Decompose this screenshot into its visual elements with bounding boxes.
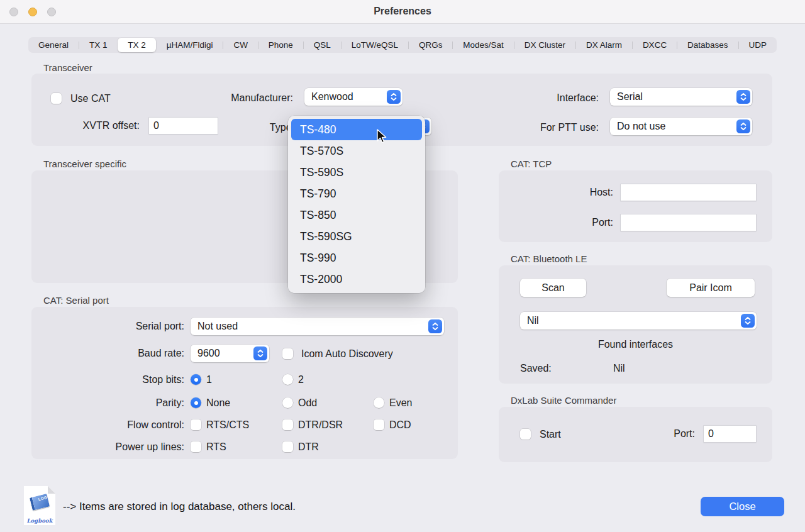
- menu-item-ts-480[interactable]: TS-480: [291, 119, 422, 140]
- flow-dcd-label: DCD: [389, 419, 411, 431]
- stop-bits-2-radio[interactable]: [282, 374, 293, 385]
- tcp-port-field[interactable]: [620, 214, 757, 231]
- tab-tx-1[interactable]: TX 1: [79, 37, 117, 53]
- mouse-cursor: [375, 129, 389, 144]
- parity-even-radio[interactable]: [374, 397, 384, 408]
- manufacturer-label: Manufacturer:: [216, 89, 293, 107]
- ptt-popup-value: Do not use: [617, 121, 665, 131]
- baud-rate-popup[interactable]: 9600: [191, 345, 269, 362]
- ptt-popup[interactable]: Do not use: [610, 118, 752, 135]
- saved-value: Nil: [613, 360, 625, 377]
- popup-chevron-icon: [428, 319, 442, 333]
- flow-control-label: Flow control:: [88, 416, 184, 434]
- power-dtr-checkbox[interactable]: [282, 441, 293, 452]
- preferences-window: Preferences GeneralTX 1TX 2µHAM/FldigiCW…: [0, 0, 805, 532]
- host-label: Host:: [553, 184, 613, 201]
- tcp-port-label: Port:: [553, 214, 613, 231]
- section-label-cat-tcp: CAT: TCP: [511, 158, 552, 169]
- host-field[interactable]: [620, 184, 757, 201]
- serial-port-popup[interactable]: Not used: [191, 318, 444, 335]
- tab-dx-cluster[interactable]: DX Cluster: [514, 37, 575, 53]
- interface-label: Interface:: [497, 89, 599, 107]
- baud-rate-label: Baud rate:: [88, 345, 184, 362]
- section-label-transceiver-specific: Transceiver specific: [43, 158, 126, 169]
- manufacturer-popup-value: Kenwood: [311, 91, 353, 102]
- power-rts-checkbox[interactable]: [191, 441, 201, 452]
- power-up-lines-label: Power up lines:: [88, 438, 184, 456]
- menu-item-ts-570s[interactable]: TS-570S: [288, 140, 425, 162]
- tab-tx-2[interactable]: TX 2: [118, 38, 155, 52]
- tab-qsl[interactable]: QSL: [304, 37, 341, 53]
- tab--ham-fldigi[interactable]: µHAM/Fldigi: [157, 37, 223, 53]
- icom-auto-discovery-label: Icom Auto Discovery: [301, 348, 393, 360]
- menu-item-ts-790[interactable]: TS-790: [288, 183, 425, 204]
- parity-none-radio[interactable]: [191, 397, 201, 408]
- menu-item-ts-2000[interactable]: TS-2000: [288, 269, 425, 290]
- menu-item-ts-590sg[interactable]: TS-590SG: [288, 226, 425, 247]
- section-label-dxlab: DxLab Suite Commander: [511, 395, 616, 406]
- parity-even-label: Even: [389, 397, 412, 409]
- tab-udp[interactable]: UDP: [739, 37, 777, 53]
- parity-odd-radio[interactable]: [282, 397, 293, 408]
- tab-modes-sat[interactable]: Modes/Sat: [453, 37, 513, 53]
- title-bar: Preferences: [0, 0, 805, 24]
- stop-bits-2-label: 2: [298, 374, 304, 386]
- tab-phone[interactable]: Phone: [258, 37, 303, 53]
- logbook-icon: LOG Logbook: [24, 486, 55, 525]
- menu-item-ts-590s[interactable]: TS-590S: [288, 162, 425, 183]
- footer-note: --> Items are stored in log database, ot…: [63, 499, 296, 514]
- tab-general[interactable]: General: [28, 37, 79, 53]
- tab-lotw-eqsl[interactable]: LoTW/eQSL: [341, 37, 408, 53]
- tab-cw[interactable]: CW: [223, 37, 257, 53]
- use-cat-label: Use CAT: [70, 92, 111, 105]
- popup-chevron-icon: [736, 90, 750, 104]
- use-cat-checkbox[interactable]: [51, 93, 62, 104]
- tab-dxcc[interactable]: DXCC: [633, 37, 677, 53]
- ble-device-popup[interactable]: Nil: [520, 312, 757, 330]
- xvtr-offset-field[interactable]: [148, 117, 218, 135]
- popup-chevron-icon: [387, 90, 401, 104]
- menu-item-ts-850[interactable]: TS-850: [288, 204, 425, 226]
- logbook-icon-fold: [48, 486, 55, 494]
- type-menu: TS-480TS-570STS-590STS-790TS-850TS-590SG…: [288, 116, 425, 293]
- flow-rtscts-checkbox[interactable]: [191, 419, 201, 430]
- stop-bits-1-label: 1: [206, 374, 212, 386]
- dxlab-start-label: Start: [540, 428, 561, 441]
- xvtr-offset-label: XVTR offset:: [57, 117, 140, 135]
- dxlab-start-checkbox[interactable]: [520, 429, 531, 440]
- scan-button[interactable]: Scan: [520, 279, 586, 297]
- found-interfaces-label: Found interfaces: [499, 336, 772, 353]
- baud-rate-popup-value: 9600: [197, 348, 220, 358]
- power-dtr-label: DTR: [298, 441, 319, 453]
- flow-dtrdsr-checkbox[interactable]: [282, 419, 293, 430]
- serial-port-label: Serial port:: [88, 318, 184, 335]
- type-label: Type:: [228, 119, 294, 136]
- logbook-icon-label: Logbook: [24, 518, 55, 524]
- icom-auto-discovery-checkbox[interactable]: [282, 348, 293, 359]
- stop-bits-1-radio[interactable]: [191, 374, 201, 385]
- flow-dcd-checkbox[interactable]: [374, 419, 384, 430]
- section-label-transceiver: Transceiver: [43, 62, 92, 73]
- power-rts-label: RTS: [206, 441, 226, 453]
- dxlab-port-label: Port:: [651, 425, 695, 443]
- ble-device-popup-value: Nil: [527, 315, 539, 326]
- serial-port-popup-value: Not used: [197, 321, 238, 331]
- close-button[interactable]: Close: [701, 497, 784, 516]
- ptt-label: For PTT use:: [497, 119, 599, 136]
- dxlab-port-field[interactable]: [703, 425, 757, 443]
- menu-item-ts-990[interactable]: TS-990: [288, 247, 425, 269]
- pair-icom-button[interactable]: Pair Icom: [667, 279, 755, 297]
- interface-popup-value: Serial: [617, 91, 643, 102]
- tab-qrgs[interactable]: QRGs: [409, 37, 452, 53]
- flow-rtscts-label: RTS/CTS: [206, 419, 249, 431]
- saved-label: Saved:: [520, 360, 552, 377]
- section-label-cat-serial: CAT: Serial port: [43, 295, 109, 306]
- popup-chevron-icon: [253, 346, 267, 360]
- tab-dx-alarm[interactable]: DX Alarm: [576, 37, 632, 53]
- flow-dtrdsr-label: DTR/DSR: [298, 419, 343, 431]
- tab-databases[interactable]: Databases: [677, 37, 738, 53]
- interface-popup[interactable]: Serial: [610, 88, 752, 106]
- tab-bar: GeneralTX 1TX 2µHAM/FldigiCWPhoneQSLLoTW…: [28, 37, 777, 53]
- section-label-cat-ble: CAT: Bluetooth LE: [511, 253, 587, 264]
- manufacturer-popup[interactable]: Kenwood: [304, 88, 402, 106]
